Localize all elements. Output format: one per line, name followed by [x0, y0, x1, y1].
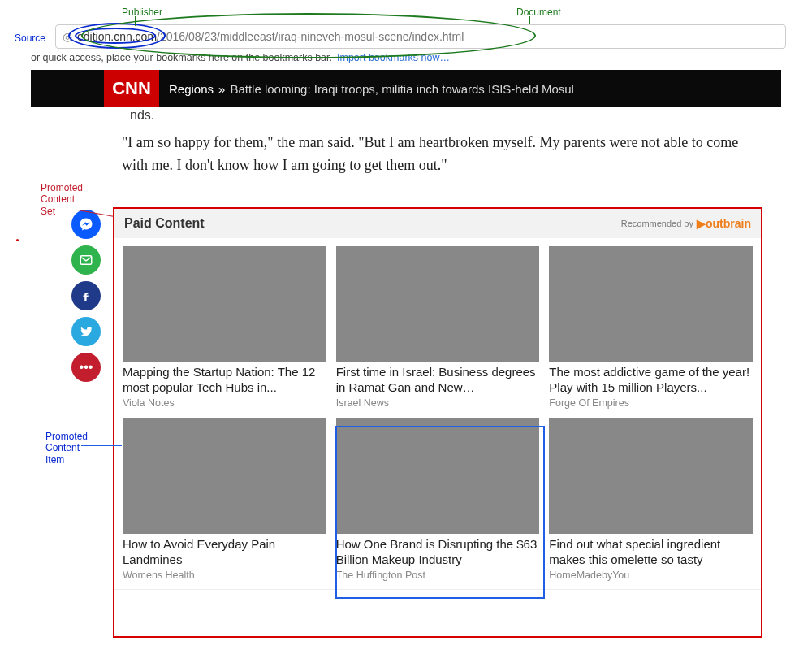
recommended-by[interactable]: Recommended by ▶outbrain [621, 217, 751, 230]
paid-item-title: How One Brand is Disrupting the $63 Bill… [336, 537, 540, 568]
cnn-logo[interactable]: CNN [104, 70, 159, 107]
annotation-document-label: Document [516, 6, 561, 18]
article-quote: "I am so happy for them," the man said. … [122, 132, 763, 177]
paid-item-title: How to Avoid Everyday Pain Landmines [123, 537, 326, 568]
paid-item-thumb [549, 418, 753, 534]
paid-content-grid: Mapping the Startup Nation: The 12 most … [114, 238, 761, 589]
facebook-icon[interactable] [71, 281, 101, 310]
annotation-promoted-item-label: Promoted Content Item [45, 431, 88, 466]
recommended-by-label: Recommended by [621, 219, 693, 228]
paid-item-thumb [123, 246, 326, 362]
paid-item-title: Mapping the Startup Nation: The 12 most … [123, 365, 326, 396]
nav-separator: » [218, 82, 225, 96]
paid-item-source: The Huffington Post [336, 570, 540, 581]
paid-item-source: HomeMadebyYou [549, 570, 753, 581]
stray-dot [16, 239, 19, 241]
paid-item-thumb [336, 246, 540, 362]
paid-item-source: Womens Health [123, 570, 326, 581]
email-icon[interactable] [71, 245, 101, 275]
paid-item-title: First time in Israel: Business degrees i… [336, 365, 540, 396]
paid-item-1[interactable]: First time in Israel: Business degrees i… [336, 246, 540, 409]
paid-item-4[interactable]: How One Brand is Disrupting the $63 Bill… [336, 418, 540, 581]
annotation-document-oval [81, 13, 536, 58]
nav-headline[interactable]: Battle looming: Iraqi troops, militia in… [230, 82, 574, 96]
paid-item-thumb [123, 418, 326, 534]
annotation-publisher-label: Publisher [122, 6, 162, 18]
more-icon[interactable]: ••• [71, 353, 101, 382]
annotation-promoted-set-label: Promoted Content Set [41, 182, 83, 217]
nav-regions[interactable]: Regions [169, 82, 214, 96]
paid-item-title: Find out what special ingredient makes t… [549, 537, 753, 568]
paid-item-source: Forge Of Empires [549, 397, 753, 409]
paid-item-3[interactable]: How to Avoid Everyday Pain Landmines Wom… [123, 418, 326, 581]
annotation-document-line [529, 16, 530, 24]
paid-item-title: The most addictive game of the year! Pla… [549, 365, 753, 396]
paid-content-title: Paid Content [124, 216, 205, 231]
paid-item-2[interactable]: The most addictive game of the year! Pla… [549, 246, 753, 409]
paid-item-source: Israel News [336, 397, 540, 409]
top-nav: CNN Regions » Battle looming: Iraqi troo… [31, 70, 781, 107]
share-column: ••• [71, 210, 101, 382]
outbrain-logo: ▶outbrain [697, 217, 751, 230]
annotation-source-label: Source [15, 32, 45, 44]
paid-content-header: Paid Content Recommended by ▶outbrain [114, 209, 761, 238]
paid-item-5[interactable]: Find out what special ingredient makes t… [549, 418, 753, 581]
paid-item-0[interactable]: Mapping the Startup Nation: The 12 most … [123, 246, 326, 409]
paid-item-source: Viola Notes [123, 397, 326, 409]
annotation-promoted-item-line [81, 445, 122, 446]
fragment-text: nds. [130, 108, 154, 123]
paid-content-box: Paid Content Recommended by ▶outbrain Ma… [114, 208, 762, 590]
annotation-publisher-line [135, 16, 136, 26]
paid-item-thumb [336, 418, 540, 534]
paid-item-thumb [549, 246, 753, 362]
twitter-icon[interactable] [71, 317, 101, 346]
